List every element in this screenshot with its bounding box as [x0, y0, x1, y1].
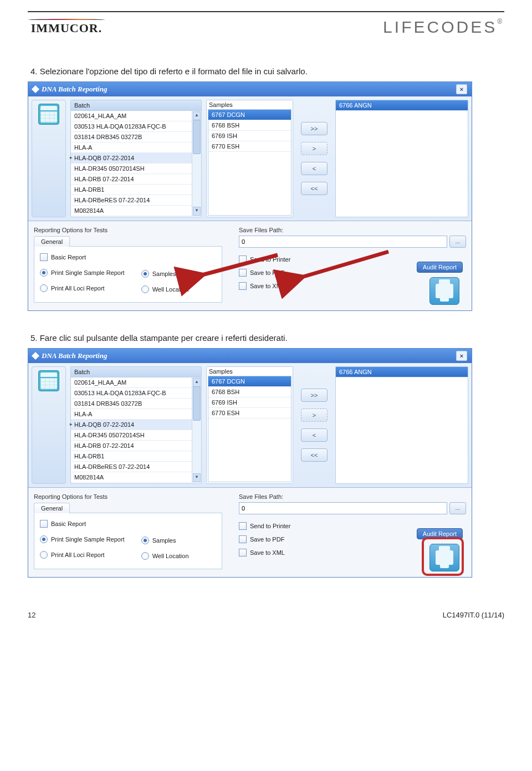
save-to-pdf-label: Save to PDF [250, 269, 284, 276]
save-path-label: Save Files Path: [239, 493, 466, 500]
batch-item[interactable]: HLA-A [71, 409, 192, 420]
selected-sample-item[interactable]: 6766 ANGN [336, 367, 468, 377]
close-icon[interactable]: × [456, 351, 467, 361]
save-path-input[interactable] [239, 502, 447, 514]
selected-sample-item[interactable]: 6766 ANGN [336, 100, 468, 111]
batch-item[interactable]: 030513 HLA-DQA 01283A FQC-B [71, 121, 192, 132]
logo-lifecodes: LIFECODES® [383, 18, 504, 37]
batch-list-panel: Batch 020614_HLAA_AM 030513 HLA-DQA 0128… [70, 100, 202, 217]
well-location-radio[interactable]: Well Location [141, 285, 189, 293]
print-button[interactable] [429, 544, 459, 571]
sample-item-selected[interactable]: 6767 DCGN [208, 376, 291, 387]
scroll-up-icon[interactable]: ▲ [193, 378, 201, 387]
scrollbar[interactable]: ▲ ▼ [192, 377, 201, 483]
tab-general[interactable]: General [34, 503, 70, 513]
logo-lifecodes-sup: ® [497, 18, 504, 25]
batch-item[interactable]: HLA-DRBeRES 07-22-2014 [71, 195, 192, 206]
print-single-label: Print Single Sample Report [51, 269, 125, 276]
logo-lifecodes-text: LIFECODES [383, 18, 497, 36]
instruction-step-4: 4. Selezionare l'opzione del tipo di ref… [30, 67, 502, 76]
basic-report-label: Basic Report [51, 254, 86, 261]
dialog-titlebar[interactable]: DNA Batch Reporting × [28, 349, 472, 363]
basic-report-checkbox[interactable]: Basic Report [40, 253, 125, 261]
sample-item-selected[interactable]: 6767 DCGN [208, 110, 291, 120]
batch-item[interactable]: HLA-DRB1 [71, 185, 192, 195]
move-all-right-button[interactable]: >> [301, 122, 328, 135]
batch-item[interactable]: M082814A [71, 206, 192, 216]
batch-item[interactable]: 030513 HLA-DQA 01283A FQC-B [71, 388, 192, 399]
sample-item[interactable]: 6770 ESH [208, 141, 291, 152]
sample-item[interactable]: 6770 ESH [208, 408, 291, 418]
print-button[interactable] [429, 277, 459, 305]
move-buttons: >> > < << [298, 100, 331, 217]
close-icon[interactable]: × [456, 84, 467, 94]
batch-item-selected[interactable]: HLA-DQB 07-22-2014 [71, 153, 192, 164]
tab-general[interactable]: General [34, 236, 70, 247]
calendar-icon[interactable] [38, 370, 59, 391]
dna-batch-dialog-1: DNA Batch Reporting × Batch 020614_HLAA_… [28, 81, 472, 311]
calendar-icon[interactable] [38, 104, 59, 125]
batch-item[interactable]: HLA-A [71, 142, 192, 153]
scrollbar[interactable]: ▲ ▼ [192, 111, 201, 216]
samples-radio[interactable]: Samples [141, 537, 189, 544]
batch-item[interactable]: 031814 DRB345 03272B [71, 399, 192, 409]
samples-header: Samples [207, 100, 293, 109]
batch-item[interactable]: HLA-DRB 07-22-2014 [71, 174, 192, 185]
move-all-left-button[interactable]: << [301, 448, 328, 462]
batch-item[interactable]: HLA-DR345 05072014SH [71, 430, 192, 441]
batch-item[interactable]: HLA-DR345 05072014SH [71, 164, 192, 174]
sample-item[interactable]: 6768 BSH [208, 387, 291, 397]
print-all-radio[interactable]: Print All Loci Report [40, 284, 125, 292]
selected-samples-panel: 6766 ANGN [335, 100, 468, 217]
scroll-down-icon[interactable]: ▼ [193, 473, 201, 482]
save-path-input[interactable] [239, 236, 447, 248]
move-all-right-button[interactable]: >> [301, 389, 328, 402]
page-footer: 12 LC1497IT.0 (11/14) [28, 611, 504, 619]
batch-item[interactable]: 031814 DRB345 03272B [71, 132, 192, 142]
batch-header: Batch [71, 100, 201, 111]
print-all-label: Print All Loci Report [51, 552, 105, 558]
well-location-label: Well Location [152, 553, 189, 559]
save-to-pdf-label: Save to PDF [250, 536, 284, 543]
left-toolstrip [32, 366, 66, 484]
page-header: IMMUCOR. LIFECODES® [28, 11, 504, 39]
audit-report-button[interactable]: Audit Report [417, 262, 463, 273]
print-all-radio[interactable]: Print All Loci Report [40, 551, 125, 559]
scroll-up-icon[interactable]: ▲ [193, 111, 201, 120]
print-single-radio[interactable]: Print Single Sample Report [40, 535, 125, 543]
samples-radio-label: Samples [152, 537, 176, 544]
dialog-titlebar[interactable]: DNA Batch Reporting × [28, 82, 472, 96]
move-one-right-button[interactable]: > [301, 142, 328, 155]
scroll-thumb[interactable] [193, 386, 201, 421]
samples-radio[interactable]: Samples [141, 270, 189, 278]
batch-item[interactable]: HLA-DRB1 [71, 451, 192, 462]
sample-item[interactable]: 6769 ISH [208, 131, 291, 141]
move-one-left-button[interactable]: < [301, 162, 328, 175]
move-one-left-button[interactable]: < [301, 428, 328, 442]
dna-batch-dialog-2: DNA Batch Reporting × Batch 020614_HLAA_… [28, 348, 472, 578]
batch-item[interactable]: 020614_HLAA_AM [71, 111, 192, 121]
scroll-down-icon[interactable]: ▼ [193, 207, 201, 216]
batch-item[interactable]: HLA-DRB 07-22-2014 [71, 441, 192, 451]
sample-item[interactable]: 6768 BSH [208, 120, 291, 131]
batch-item[interactable]: HLA-DRBeRES 07-22-2014 [71, 462, 192, 472]
move-buttons: >> > < << [298, 366, 331, 484]
well-location-radio[interactable]: Well Location [141, 552, 189, 560]
basic-report-checkbox[interactable]: Basic Report [40, 520, 125, 528]
move-one-right-button[interactable]: > [301, 409, 328, 422]
move-all-left-button[interactable]: << [301, 182, 328, 195]
sample-item[interactable]: 6769 ISH [208, 397, 291, 408]
browse-button[interactable]: ... [449, 502, 466, 514]
browse-button[interactable]: ... [449, 236, 466, 248]
batch-item[interactable]: M082814A [71, 472, 192, 483]
basic-report-label: Basic Report [51, 520, 86, 527]
batch-item-selected[interactable]: HLA-DQB 07-22-2014 [71, 420, 192, 430]
batch-item[interactable]: 020614_HLAA_AM [71, 377, 192, 388]
print-single-radio[interactable]: Print Single Sample Report [40, 269, 125, 277]
samples-header: Samples [207, 367, 293, 376]
reporting-options-label: Reporting Options for Tests [34, 493, 222, 500]
doc-code: LC1497IT.0 (11/14) [443, 611, 504, 619]
scroll-thumb[interactable] [193, 120, 201, 154]
samples-list-panel: Samples 6767 DCGN 6768 BSH 6769 ISH 6770… [206, 100, 293, 217]
audit-report-button[interactable]: Audit Report [417, 528, 463, 539]
